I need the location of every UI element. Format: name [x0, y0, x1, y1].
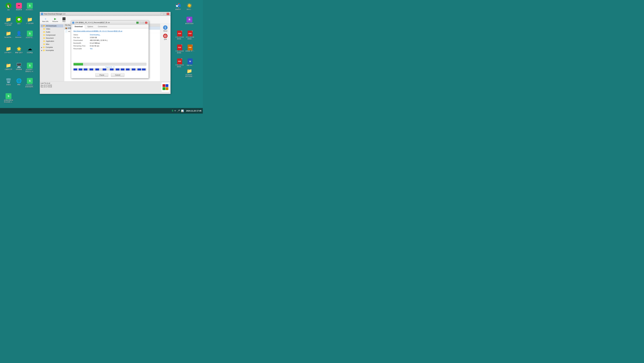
download-url[interactable]: http://down.eebbk.net/xzzc/s5/家教机_S5_V1.…	[74, 30, 146, 32]
tab-download[interactable]: Download	[72, 25, 85, 28]
desktop-icon-meituxiuxiu[interactable]: ✂ 美图秀秀	[14, 3, 24, 11]
downloaded-label: Downloaded	[74, 39, 89, 41]
tray-area: S 中 🎤 📊 2024.11.23 17:45	[172, 109, 202, 112]
quit-button[interactable]: ⏻ Quit	[161, 33, 170, 41]
last-try-section: Last Try (z-a) Nov 23 17:43:50 Nov 23 17…	[41, 82, 160, 93]
bandwidth-label: Bandwidth	[74, 42, 89, 44]
desktop-icon-english[interactable]: 英 暑假英语套卷	[184, 17, 194, 24]
filesize-value: 3.530 GB	[90, 37, 97, 38]
sidebar-item-compressed[interactable]: 📁 Compressed	[40, 33, 63, 37]
desktop-icon-wps1[interactable]: S 20240823...	[25, 3, 35, 11]
bandwidth-value: 6.1±2 MB/sec	[90, 42, 100, 44]
segment-block-6	[110, 68, 114, 70]
new-url-button[interactable]: ＋ New URL	[41, 16, 50, 23]
desktop-icon-134796[interactable]: 📁 134796D7...	[4, 46, 14, 53]
segment-block-10	[132, 68, 135, 70]
desktop-icon-wps5[interactable]: S 20240101...政策奖励明...	[25, 78, 35, 88]
segment-block-4	[96, 68, 99, 70]
desktop-icon-yangguang[interactable]: ☀️ 阳光公...	[184, 3, 194, 10]
ndm-titlebar: N Neat Download Manager 1.4 − □ ×	[40, 12, 170, 16]
resume-button[interactable]: ▶ Resume	[51, 16, 59, 23]
desktop-icon-2023[interactable]: 📁 2023已上交工程资料	[4, 17, 14, 26]
download-dialog: N 13% 家教机_S5_V1.4.3_Recovery恢复工具.rar ● −…	[71, 20, 149, 78]
desktop-icon-youxiang[interactable]: 📬 邮政照片	[173, 3, 183, 10]
dialog-close-btn[interactable]: ×	[145, 21, 148, 24]
about-button[interactable]: ℹ About	[161, 25, 170, 32]
ndm-close-btn[interactable]: ×	[166, 13, 169, 15]
downloaded-value: 499.328 MB ( 13.56 % )	[90, 39, 108, 41]
desktop-icon-pdf4[interactable]: PDF 0096黄..罗丁...	[185, 44, 195, 52]
tray-chart-icon[interactable]: 📊	[181, 109, 184, 112]
desktop-icon-5a1db[interactable]: 📁 5a1db29e...	[4, 31, 14, 38]
sidebar-item-application[interactable]: 📁 Application	[40, 40, 63, 43]
desktop-icon-wps4[interactable]: S 20240731...	[25, 31, 35, 38]
tab-options[interactable]: Options	[85, 25, 96, 28]
desktop-icon-administ[interactable]: 👤 Administ...	[14, 31, 24, 38]
sidebar-item-complete[interactable]: ▶ 📁 Complete	[40, 46, 63, 49]
last-try-title: Last Try (z-a)	[41, 82, 160, 84]
ndm-right-panel: ℹ About ⏻ Quit	[160, 24, 170, 81]
dialog-minimize-btn[interactable]: −	[139, 21, 142, 24]
pause-button[interactable]: Pause	[96, 73, 108, 77]
desktop-icon-controlpanel[interactable]: 🖥️ 控制面板	[14, 63, 24, 70]
dialog-maximize-btn[interactable]: □	[142, 21, 144, 24]
taskbar: S 中 🎤 📊 2024.11.23 17:45	[0, 108, 203, 114]
cancel-button[interactable]: Cancel	[111, 73, 124, 77]
dialog-buttons: Pause Cancel	[71, 72, 148, 78]
desktop-icon-weixin[interactable]: 💬 微信	[14, 17, 24, 25]
sidebar-item-all-downloads[interactable]: ▼ 📂 All Downloads	[40, 24, 63, 27]
desktop-icon-network[interactable]: 🌐 网络	[14, 78, 24, 86]
ndm-title-icon: N	[41, 13, 43, 15]
stop-button[interactable]: ⬛ Stop	[60, 16, 68, 23]
dialog-green-btn[interactable]: ●	[136, 21, 139, 24]
dialog-window-controls: ● − □ ×	[136, 21, 148, 24]
desktop-icon-pdf3[interactable]: PDF 中华人民共和国保险...	[175, 44, 185, 54]
remaining-row: Remaining Time 8 min 56 sec	[74, 45, 146, 47]
desktop-icon-recycle[interactable]: 🗑️ 回收站	[4, 78, 14, 86]
remaining-label: Remaining Time	[74, 45, 89, 47]
ndm-minimize-btn[interactable]: −	[160, 13, 163, 15]
tray-ime-label[interactable]: 中	[174, 110, 176, 112]
segments-bar	[74, 68, 146, 70]
dialog-tabs: Download Options Connections	[71, 25, 148, 28]
ndm-maximize-btn[interactable]: □	[164, 13, 166, 15]
last-try-item-2: Nov 23 17:43:28	[41, 86, 160, 88]
sidebar-item-document[interactable]: 📁 Document	[40, 37, 63, 40]
desktop-icon-piaoju[interactable]: S 全量发票查询导出结果 (1...	[4, 93, 14, 103]
filesize-row: File Size 3.530 GB	[74, 37, 146, 38]
desktop-icon-doc1[interactable]: W 新建 doc...	[185, 58, 195, 66]
dialog-titlebar: N 13% 家教机_S5_V1.4.3_Recovery恢复工具.rar ● −…	[71, 21, 148, 25]
sidebar-item-incomplete[interactable]: ▶ 📁 Incomplete	[40, 49, 63, 52]
desktop-icon-xiaofei[interactable]: 📁 小飞的资料	[25, 17, 35, 24]
segment-block-7	[116, 68, 119, 70]
desktop-icon-xin[interactable]: 📁 心嗳的文件	[4, 63, 14, 70]
segment-block-2	[84, 68, 87, 70]
desktop-icon-qq[interactable]: 🐧 QQ	[4, 3, 14, 11]
desktop-icon-dl685000[interactable]: 📁 DL685000...黄冈市邮政...	[184, 68, 194, 77]
desktop-icon-baidu[interactable]: ☁ 百度网盘	[25, 46, 35, 53]
progress-bar-inner	[74, 63, 83, 65]
segment-block-0	[74, 68, 77, 70]
filesize-label: File Size	[74, 37, 89, 38]
segment-block-12	[142, 68, 146, 70]
sidebar-item-audio[interactable]: 📁 Audio	[40, 30, 63, 33]
desktop-icon-pdf1[interactable]: PDF 中华人民共和国税收...	[175, 31, 185, 40]
desktop-icon-pdf2[interactable]: PDF 中华人民共和国税收...	[185, 31, 195, 40]
tray-wps-icon[interactable]: S	[172, 109, 174, 112]
segment-block-8	[121, 68, 124, 70]
status-value: Downloading...	[90, 34, 101, 36]
dialog-content: http://down.eebbk.net/xzzc/s5/家教机_S5_V1.…	[71, 28, 148, 61]
desktop-icon-pdf5[interactable]: PDF 中华人民共和国税收...	[175, 58, 185, 68]
segment-block-3	[90, 68, 93, 70]
segment-block-5	[103, 68, 106, 70]
tab-connections[interactable]: Connections	[96, 25, 110, 28]
desktop-icon-wps-tax[interactable]: S 20240907...退税折让.xl...	[25, 63, 35, 72]
tray-mic-icon[interactable]: 🎤	[177, 109, 180, 112]
last-try-item-1: Nov 23 17:43:50	[41, 84, 160, 86]
sidebar-item-misc[interactable]: 📁 Misc	[40, 43, 63, 46]
segments-label: Segments : 8	[74, 66, 146, 68]
desktop-icon-zhaopian[interactable]: 🌟 樊晓飞照片	[14, 46, 24, 53]
remaining-value: 8 min 56 sec	[90, 45, 99, 47]
status-label: Status	[74, 34, 89, 36]
sidebar-item-video[interactable]: 📁 Video	[40, 27, 63, 30]
